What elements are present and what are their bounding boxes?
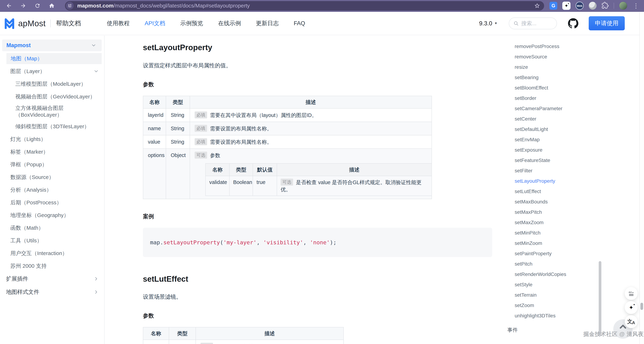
sidebar-item-postprocess[interactable]: 后期（PostProcess） bbox=[0, 196, 104, 209]
toc-item[interactable]: setFilter bbox=[494, 165, 644, 176]
apply-button[interactable]: 申请使用 bbox=[589, 16, 625, 30]
product-label: 帮助文档 bbox=[56, 19, 81, 28]
bookmark-button[interactable] bbox=[534, 3, 540, 9]
header-divider bbox=[50, 20, 51, 27]
sidebar-item-mapmost[interactable]: Mapmost bbox=[2, 40, 102, 51]
translate-extension-icon[interactable]: G bbox=[550, 2, 557, 10]
col-header-type: 类型 bbox=[169, 327, 196, 340]
toc-item[interactable]: removeSource bbox=[494, 52, 644, 62]
required-badge: 必填 bbox=[195, 125, 207, 132]
sidebar-item-geography[interactable]: 地理坐标（Geography） bbox=[0, 209, 104, 222]
toc-item[interactable]: setMinPitch bbox=[494, 228, 644, 238]
example-label: 案例 bbox=[143, 213, 494, 220]
sidebar-item-interaction[interactable]: 用户交互（Interaction） bbox=[0, 247, 104, 260]
nav-faq[interactable]: FAQ bbox=[294, 20, 305, 27]
sidebar-item-3dtileslayer[interactable]: 倾斜模型图层（3DTilesLayer） bbox=[0, 120, 104, 133]
site-settings-button[interactable] bbox=[66, 2, 74, 10]
toc-item[interactable]: setBorder bbox=[494, 93, 644, 103]
translate-fab-button[interactable]: 文 A bbox=[625, 315, 638, 328]
reload-button[interactable] bbox=[34, 2, 41, 9]
toc-item[interactable]: setMaxBounds bbox=[494, 197, 644, 207]
toc-item[interactable]: setMinZoom bbox=[494, 238, 644, 248]
chevron-right-icon bbox=[94, 276, 99, 281]
sidebar-item-boxvideolayer[interactable]: 立方体视频融合图层（BoxVideoLayer） bbox=[0, 103, 104, 120]
toc-item[interactable]: setBloomEffect bbox=[494, 83, 644, 93]
toc-item[interactable]: setFeatureState bbox=[494, 155, 644, 165]
required-badge: 必填 bbox=[195, 138, 207, 145]
forward-button[interactable] bbox=[20, 2, 27, 9]
required-badge: 必填 bbox=[195, 111, 207, 118]
nested-options-table: 名称 类型 默认值 描述 validate Boolea bbox=[205, 163, 432, 196]
toc-item[interactable]: setCameraParameter bbox=[494, 103, 644, 114]
toc-item[interactable]: setMaxZoom bbox=[494, 217, 644, 228]
sidebar-item-analysis[interactable]: 分析（Analysis） bbox=[0, 184, 104, 196]
nav-changelog[interactable]: 更新日志 bbox=[256, 20, 279, 27]
sidebar-item-plugins[interactable]: 扩展插件 bbox=[0, 272, 104, 285]
sparkle-extension-icon[interactable]: ✦✦ bbox=[562, 2, 570, 10]
search-icon bbox=[514, 21, 519, 26]
back-icon bbox=[6, 3, 12, 9]
section-heading-setluteffect: setLutEffect bbox=[143, 274, 494, 284]
nav-example-preview[interactable]: 示例预览 bbox=[180, 20, 203, 27]
sidebar-item-utils[interactable]: 工具（Utils） bbox=[0, 234, 104, 247]
search-input[interactable] bbox=[521, 20, 552, 27]
optional-badge: 可选 bbox=[280, 179, 293, 186]
tune-icon bbox=[68, 4, 72, 8]
toc-item[interactable]: setStyle bbox=[494, 279, 644, 290]
toc-item[interactable]: setPaintProperty bbox=[494, 248, 644, 259]
nav-online-examples[interactable]: 在线示例 bbox=[218, 20, 241, 27]
toc-item-setlayoutproperty-active[interactable]: setLayoutProperty bbox=[494, 176, 644, 186]
ai-sparkle-fab-button[interactable]: ✦ ✦ bbox=[625, 301, 638, 314]
toc-item[interactable]: setExposure bbox=[494, 145, 644, 155]
github-link[interactable] bbox=[568, 18, 578, 29]
param-name: layerId bbox=[143, 108, 166, 122]
home-button[interactable] bbox=[48, 2, 55, 9]
nav-api-docs[interactable]: API文档 bbox=[145, 20, 165, 27]
sidebar-item-mapstyle[interactable]: 地图样式文件 bbox=[0, 285, 104, 299]
sidebar-item-marker[interactable]: 标签（Marker） bbox=[0, 145, 104, 158]
nav-tutorial[interactable]: 使用教程 bbox=[107, 20, 130, 27]
sidebar-item-suzhou2000[interactable]: 苏州 2000 支持 bbox=[0, 260, 104, 272]
param-name: enabled bbox=[143, 340, 169, 344]
sidebar-item-modellayer[interactable]: 三维模型图层（ModelLayer） bbox=[0, 78, 104, 90]
toc-item[interactable]: setRenderWorldCopies bbox=[494, 269, 644, 279]
grey-extension-icon[interactable] bbox=[589, 2, 596, 10]
sidebar-item-map[interactable]: 地图（Map） bbox=[6, 53, 102, 64]
sidebar-item-lights[interactable]: 灯光（Lights） bbox=[0, 133, 104, 145]
toc-item[interactable]: setPitch bbox=[494, 259, 644, 269]
version-dropdown[interactable]: 9.3.0 ▼ bbox=[479, 20, 497, 27]
chevron-right-icon bbox=[94, 289, 99, 295]
param-desc: 必填需要在其中设置布局（layout）属性的图层ID。 bbox=[190, 108, 432, 122]
toc-item[interactable]: setLutEffect bbox=[494, 186, 644, 197]
toc-item[interactable]: setEnvMap bbox=[494, 134, 644, 145]
toc-item[interactable]: setCenter bbox=[494, 114, 644, 124]
sidebar-item-source[interactable]: 数据源（Source） bbox=[0, 171, 104, 184]
profile-avatar[interactable] bbox=[619, 2, 627, 10]
logo[interactable]: apMost bbox=[5, 18, 46, 29]
page-scrollbar-thumb[interactable] bbox=[640, 303, 643, 310]
browser-menu-button[interactable]: ⋮ bbox=[632, 3, 640, 9]
summary-fab-button[interactable] bbox=[625, 287, 638, 300]
back-button[interactable] bbox=[5, 2, 12, 9]
caret-down-icon: ▼ bbox=[494, 22, 497, 25]
extensions-menu-button[interactable] bbox=[602, 2, 609, 10]
sidebar-item-math[interactable]: 函数（Math） bbox=[0, 222, 104, 234]
toc-item[interactable]: setMaxPitch bbox=[494, 207, 644, 217]
sidebar-item-geovideolayer[interactable]: 视频融合图层（GeoVideoLayer） bbox=[0, 90, 104, 103]
toc-item[interactable]: setZoom bbox=[494, 300, 644, 311]
sidebar-item-popup[interactable]: 弹框（Popup） bbox=[0, 158, 104, 171]
toc-item[interactable]: resize bbox=[494, 62, 644, 72]
sidebar-item-layer[interactable]: 图层（Layer） bbox=[0, 65, 104, 78]
toc-item[interactable]: setDefaultLight bbox=[494, 124, 644, 134]
page-scrollbar-track bbox=[639, 12, 644, 344]
address-bar[interactable]: mapmost.com/mapmost_docs/webgl/latest/do… bbox=[65, 1, 544, 11]
webchatgpt-extension-icon[interactable]: Web bbox=[576, 2, 584, 10]
url-path: /mapmost_docs/webgl/latest/docs/Map#setl… bbox=[114, 3, 250, 9]
toc-item[interactable]: setBearing bbox=[494, 72, 644, 83]
search-box[interactable] bbox=[509, 18, 557, 29]
code-example: map.setLayoutProperty('my-layer', 'visib… bbox=[143, 228, 492, 257]
star-icon bbox=[534, 3, 540, 9]
toc-item[interactable]: removePostProcess bbox=[494, 41, 644, 52]
toc-item[interactable]: setTerrain bbox=[494, 290, 644, 300]
toc-scrollbar[interactable] bbox=[599, 261, 601, 336]
